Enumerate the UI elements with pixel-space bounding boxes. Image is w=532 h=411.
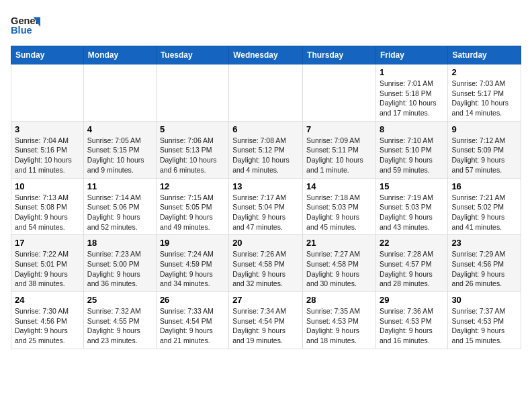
day-info: Sunrise: 7:17 AM Sunset: 5:04 PM Dayligh…	[232, 193, 299, 232]
day-cell: 13Sunrise: 7:17 AM Sunset: 5:04 PM Dayli…	[229, 178, 303, 235]
day-number: 6	[232, 124, 299, 134]
day-cell: 7Sunrise: 7:09 AM Sunset: 5:11 PM Daylig…	[303, 121, 376, 178]
day-number: 9	[451, 124, 517, 134]
day-info: Sunrise: 7:22 AM Sunset: 5:01 PM Dayligh…	[15, 249, 80, 289]
day-cell: 19Sunrise: 7:24 AM Sunset: 4:59 PM Dayli…	[156, 235, 228, 292]
day-info: Sunrise: 7:27 AM Sunset: 4:58 PM Dayligh…	[306, 249, 372, 289]
day-number: 21	[306, 238, 372, 248]
day-info: Sunrise: 7:12 AM Sunset: 5:09 PM Dayligh…	[451, 136, 517, 175]
day-info: Sunrise: 7:18 AM Sunset: 5:03 PM Dayligh…	[306, 193, 372, 232]
day-cell: 9Sunrise: 7:12 AM Sunset: 5:09 PM Daylig…	[448, 121, 521, 178]
day-cell: 22Sunrise: 7:28 AM Sunset: 4:57 PM Dayli…	[375, 235, 447, 292]
day-info: Sunrise: 7:04 AM Sunset: 5:16 PM Dayligh…	[15, 136, 80, 175]
day-number: 20	[232, 238, 299, 248]
page-header: General Blue	[11, 11, 521, 40]
logo-svg: General Blue	[11, 11, 40, 40]
day-cell: 24Sunrise: 7:30 AM Sunset: 4:56 PM Dayli…	[11, 292, 84, 349]
day-number: 12	[160, 181, 225, 191]
day-cell: 11Sunrise: 7:14 AM Sunset: 5:06 PM Dayli…	[83, 178, 156, 235]
calendar-table: SundayMondayTuesdayWednesdayThursdayFrid…	[11, 46, 521, 349]
week-row-3: 10Sunrise: 7:13 AM Sunset: 5:08 PM Dayli…	[11, 178, 521, 235]
day-info: Sunrise: 7:14 AM Sunset: 5:06 PM Dayligh…	[87, 193, 152, 232]
day-cell: 20Sunrise: 7:26 AM Sunset: 4:58 PM Dayli…	[229, 235, 303, 292]
day-number: 11	[87, 181, 152, 191]
logo: General Blue	[11, 11, 40, 40]
week-row-5: 24Sunrise: 7:30 AM Sunset: 4:56 PM Dayli…	[11, 292, 521, 349]
day-info: Sunrise: 7:19 AM Sunset: 5:03 PM Dayligh…	[380, 193, 444, 232]
day-number: 2	[451, 67, 517, 77]
day-cell: 2Sunrise: 7:03 AM Sunset: 5:17 PM Daylig…	[448, 64, 521, 122]
day-info: Sunrise: 7:13 AM Sunset: 5:08 PM Dayligh…	[15, 193, 80, 232]
svg-text:Blue: Blue	[11, 25, 32, 36]
day-info: Sunrise: 7:26 AM Sunset: 4:58 PM Dayligh…	[232, 249, 299, 289]
week-row-4: 17Sunrise: 7:22 AM Sunset: 5:01 PM Dayli…	[11, 235, 521, 292]
day-info: Sunrise: 7:08 AM Sunset: 5:12 PM Dayligh…	[232, 136, 299, 175]
day-number: 17	[15, 238, 80, 248]
day-cell	[229, 64, 303, 122]
day-cell: 17Sunrise: 7:22 AM Sunset: 5:01 PM Dayli…	[11, 235, 84, 292]
day-number: 3	[15, 124, 80, 134]
day-number: 1	[380, 67, 444, 77]
day-number: 29	[380, 295, 444, 305]
day-cell: 27Sunrise: 7:34 AM Sunset: 4:54 PM Dayli…	[229, 292, 303, 349]
day-cell: 29Sunrise: 7:36 AM Sunset: 4:53 PM Dayli…	[375, 292, 447, 349]
day-cell: 16Sunrise: 7:21 AM Sunset: 5:02 PM Dayli…	[448, 178, 521, 235]
day-info: Sunrise: 7:10 AM Sunset: 5:10 PM Dayligh…	[380, 136, 444, 175]
day-info: Sunrise: 7:28 AM Sunset: 4:57 PM Dayligh…	[380, 249, 444, 289]
day-info: Sunrise: 7:06 AM Sunset: 5:13 PM Dayligh…	[160, 136, 225, 175]
day-number: 18	[87, 238, 152, 248]
day-info: Sunrise: 7:30 AM Sunset: 4:56 PM Dayligh…	[15, 306, 80, 346]
day-number: 5	[160, 124, 225, 134]
day-cell: 21Sunrise: 7:27 AM Sunset: 4:58 PM Dayli…	[303, 235, 376, 292]
day-number: 27	[232, 295, 299, 305]
day-cell	[83, 64, 156, 122]
day-header-tuesday: Tuesday	[156, 46, 228, 64]
day-info: Sunrise: 7:05 AM Sunset: 5:15 PM Dayligh…	[87, 136, 152, 175]
day-cell: 1Sunrise: 7:01 AM Sunset: 5:18 PM Daylig…	[375, 64, 447, 122]
day-cell: 14Sunrise: 7:18 AM Sunset: 5:03 PM Dayli…	[303, 178, 376, 235]
day-info: Sunrise: 7:21 AM Sunset: 5:02 PM Dayligh…	[451, 193, 517, 232]
day-number: 26	[160, 295, 225, 305]
day-info: Sunrise: 7:29 AM Sunset: 4:56 PM Dayligh…	[451, 249, 517, 289]
day-cell: 15Sunrise: 7:19 AM Sunset: 5:03 PM Dayli…	[375, 178, 447, 235]
day-header-friday: Friday	[375, 46, 447, 64]
day-number: 14	[306, 181, 372, 191]
day-number: 16	[451, 181, 517, 191]
day-number: 8	[380, 124, 444, 134]
week-row-1: 1Sunrise: 7:01 AM Sunset: 5:18 PM Daylig…	[11, 64, 521, 122]
day-cell: 12Sunrise: 7:15 AM Sunset: 5:05 PM Dayli…	[156, 178, 228, 235]
day-number: 13	[232, 181, 299, 191]
day-number: 7	[306, 124, 372, 134]
day-info: Sunrise: 7:37 AM Sunset: 4:53 PM Dayligh…	[451, 306, 517, 346]
day-cell: 25Sunrise: 7:32 AM Sunset: 4:55 PM Dayli…	[83, 292, 156, 349]
day-info: Sunrise: 7:33 AM Sunset: 4:54 PM Dayligh…	[160, 306, 225, 346]
day-header-thursday: Thursday	[303, 46, 376, 64]
day-number: 23	[451, 238, 517, 248]
day-cell: 23Sunrise: 7:29 AM Sunset: 4:56 PM Dayli…	[448, 235, 521, 292]
day-cell: 3Sunrise: 7:04 AM Sunset: 5:16 PM Daylig…	[11, 121, 84, 178]
day-info: Sunrise: 7:03 AM Sunset: 5:17 PM Dayligh…	[451, 79, 517, 118]
day-number: 24	[15, 295, 80, 305]
day-header-monday: Monday	[83, 46, 156, 64]
day-info: Sunrise: 7:24 AM Sunset: 4:59 PM Dayligh…	[160, 249, 225, 289]
day-cell: 5Sunrise: 7:06 AM Sunset: 5:13 PM Daylig…	[156, 121, 228, 178]
day-number: 22	[380, 238, 444, 248]
day-info: Sunrise: 7:09 AM Sunset: 5:11 PM Dayligh…	[306, 136, 372, 175]
day-cell	[303, 64, 376, 122]
day-info: Sunrise: 7:32 AM Sunset: 4:55 PM Dayligh…	[87, 306, 152, 346]
day-cell	[156, 64, 228, 122]
day-cell: 28Sunrise: 7:35 AM Sunset: 4:53 PM Dayli…	[303, 292, 376, 349]
day-cell: 18Sunrise: 7:23 AM Sunset: 5:00 PM Dayli…	[83, 235, 156, 292]
day-cell: 4Sunrise: 7:05 AM Sunset: 5:15 PM Daylig…	[83, 121, 156, 178]
day-header-saturday: Saturday	[448, 46, 521, 64]
day-cell: 30Sunrise: 7:37 AM Sunset: 4:53 PM Dayli…	[448, 292, 521, 349]
day-number: 10	[15, 181, 80, 191]
day-cell	[11, 64, 84, 122]
day-cell: 6Sunrise: 7:08 AM Sunset: 5:12 PM Daylig…	[229, 121, 303, 178]
day-info: Sunrise: 7:36 AM Sunset: 4:53 PM Dayligh…	[380, 306, 444, 346]
day-number: 19	[160, 238, 225, 248]
day-info: Sunrise: 7:15 AM Sunset: 5:05 PM Dayligh…	[160, 193, 225, 232]
day-info: Sunrise: 7:01 AM Sunset: 5:18 PM Dayligh…	[380, 79, 444, 118]
day-number: 4	[87, 124, 152, 134]
day-info: Sunrise: 7:23 AM Sunset: 5:00 PM Dayligh…	[87, 249, 152, 289]
